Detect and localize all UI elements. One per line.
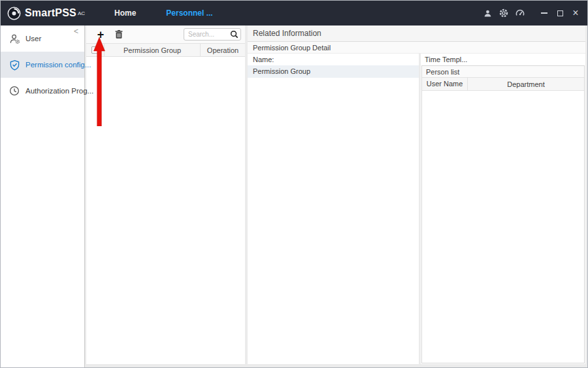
trash-icon <box>114 29 123 39</box>
person-list <box>422 91 584 363</box>
app-brand: SmartPSS AC <box>7 7 104 20</box>
app-name: SmartPSS <box>25 7 76 19</box>
related-information-title: Related Information <box>248 25 585 42</box>
search-icon[interactable] <box>230 30 238 39</box>
search-box <box>184 28 241 41</box>
tab-personnel[interactable]: Personnel ... <box>166 1 212 25</box>
time-template-column: Time Templ... Person list User Name Depa… <box>421 54 585 364</box>
maximize-button[interactable] <box>555 7 565 19</box>
time-template-label: Time Templ... <box>421 54 585 65</box>
app-badge: AC <box>78 10 85 16</box>
clock-icon <box>9 86 20 97</box>
main-content: < User <box>1 25 587 367</box>
person-list-header: User Name Department <box>422 78 584 91</box>
related-body: Name: Permission Group Time Templ... Per… <box>248 54 585 364</box>
group-detail-empty-area <box>248 78 419 364</box>
sidebar-collapse-button[interactable]: < <box>74 27 78 36</box>
sidebar-item-permission-config[interactable]: Permission config... <box>1 52 84 78</box>
sidebar-item-label: User <box>25 35 41 42</box>
sidebar-item-label: Permission config... <box>25 61 91 69</box>
sidebar-item-label: Authorization Prog... <box>25 87 93 95</box>
minimize-button[interactable] <box>539 7 549 19</box>
person-list-box: Person list User Name Department <box>421 65 585 363</box>
person-list-title: Person list <box>422 66 584 78</box>
user-gear-icon <box>9 33 20 44</box>
close-button[interactable]: × <box>570 7 581 19</box>
add-button[interactable]: + <box>95 28 106 41</box>
group-table-header: Permission Group Operation <box>86 43 245 57</box>
sidebar: < User <box>1 25 85 367</box>
minimize-icon <box>541 12 547 14</box>
sidebar-item-authorization-progress[interactable]: Authorization Prog... <box>1 78 84 104</box>
select-all-checkbox[interactable] <box>91 46 99 54</box>
maximize-icon <box>557 10 563 16</box>
smartpss-window: SmartPSS AC Home Personnel ... <box>0 0 588 368</box>
settings-gear-icon[interactable] <box>499 8 508 18</box>
titlebar: SmartPSS AC Home Personnel ... <box>1 1 587 25</box>
permission-group-detail-title: Permission Group Detail <box>248 42 585 54</box>
group-detail-column: Name: Permission Group <box>248 54 419 364</box>
column-department: Department <box>468 80 584 88</box>
sidebar-item-user[interactable]: User <box>1 25 84 52</box>
main-tabs: Home Personnel ... <box>114 1 213 25</box>
app-logo-icon <box>7 7 21 20</box>
column-user-name: User Name <box>422 78 468 90</box>
group-toolbar: + <box>86 25 245 43</box>
column-operation: Operation <box>201 46 245 54</box>
permission-group-panel: + <box>86 25 245 364</box>
delete-button[interactable] <box>114 29 123 39</box>
related-information-panel: Related Information Permission Group Det… <box>248 25 585 364</box>
search-input[interactable] <box>188 31 230 38</box>
column-permission-group: Permission Group <box>104 44 201 56</box>
shield-check-icon <box>9 59 20 71</box>
permission-group-list <box>86 57 245 364</box>
tab-home[interactable]: Home <box>114 1 136 25</box>
name-label: Name: <box>248 54 419 65</box>
titlebar-actions: × <box>476 7 587 19</box>
user-account-icon[interactable] <box>483 8 492 18</box>
group-name-value: Permission Group <box>248 65 419 78</box>
dashboard-gauge-icon[interactable] <box>515 8 525 18</box>
